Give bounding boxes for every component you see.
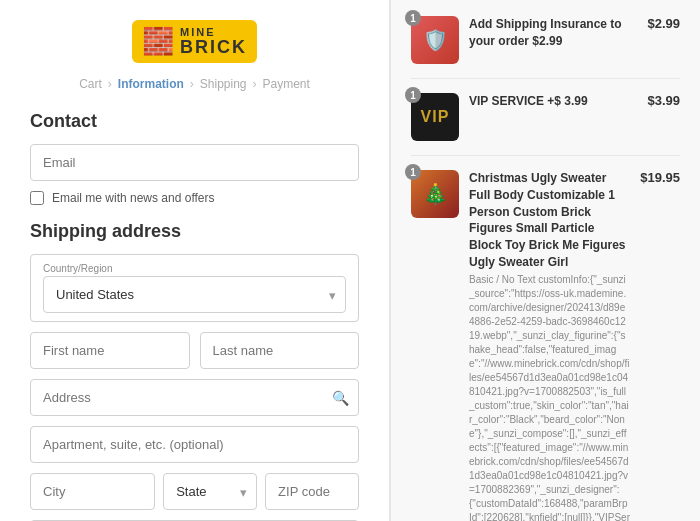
city-state-zip-row: State <box>30 473 359 520</box>
apt-group <box>30 426 359 463</box>
search-icon: 🔍 <box>332 390 349 406</box>
contact-title: Contact <box>30 111 359 132</box>
item-name-sweater: Christmas Ugly Sweater Full Body Customi… <box>469 170 630 271</box>
address-group: 🔍 <box>30 379 359 416</box>
breadcrumb-sep-2: › <box>190 77 194 91</box>
address-field[interactable] <box>30 379 359 416</box>
apt-field[interactable] <box>30 426 359 463</box>
newsletter-checkbox[interactable] <box>30 191 44 205</box>
item-badge-sweater: 1 <box>405 164 421 180</box>
country-select-wrapper: United States <box>43 276 346 313</box>
breadcrumb: Cart › Information › Shipping › Payment <box>30 77 359 91</box>
breadcrumb-cart[interactable]: Cart <box>79 77 102 91</box>
email-field[interactable] <box>30 144 359 181</box>
item-info-insurance: Add Shipping Insurance to your order $2.… <box>469 16 637 50</box>
item-badge-vip: 1 <box>405 87 421 103</box>
state-group: State <box>163 473 257 510</box>
item-name-vip: VIP SERVICE +$ 3.99 <box>469 93 637 110</box>
item-img-wrap-sweater: 🎄 1 <box>411 170 459 218</box>
breadcrumb-payment[interactable]: Payment <box>263 77 310 91</box>
breadcrumb-shipping[interactable]: Shipping <box>200 77 247 91</box>
country-group: Country/Region United States <box>30 254 359 322</box>
item-info-sweater: Christmas Ugly Sweater Full Body Customi… <box>469 170 630 521</box>
city-field[interactable] <box>30 473 155 510</box>
breadcrumb-sep-3: › <box>253 77 257 91</box>
logo-brick: BRICK <box>180 38 247 56</box>
country-label: Country/Region <box>43 263 346 274</box>
shipping-title: Shipping address <box>30 221 359 242</box>
order-item-vip: VIP 1 VIP SERVICE +$ 3.99 $3.99 <box>411 93 680 156</box>
logo: 🧱 MINE BRICK <box>132 20 257 63</box>
order-item-sweater: 🎄 1 Christmas Ugly Sweater Full Body Cus… <box>411 170 680 521</box>
name-row <box>30 332 359 379</box>
item-price-insurance: $2.99 <box>647 16 680 31</box>
order-item-insurance: 🛡️ 1 Add Shipping Insurance to your orde… <box>411 16 680 79</box>
last-name-field[interactable] <box>200 332 360 369</box>
state-select-wrapper: State <box>163 473 257 510</box>
logo-text: MINE BRICK <box>180 27 247 56</box>
item-badge-insurance: 1 <box>405 10 421 26</box>
newsletter-row: Email me with news and offers <box>30 191 359 205</box>
city-group <box>30 473 155 510</box>
logo-icon: 🧱 <box>142 26 174 57</box>
email-group <box>30 144 359 181</box>
item-info-vip: VIP SERVICE +$ 3.99 <box>469 93 637 110</box>
breadcrumb-sep-1: › <box>108 77 112 91</box>
item-name-insurance: Add Shipping Insurance to your order $2.… <box>469 16 637 50</box>
item-img-wrap-vip: VIP 1 <box>411 93 459 141</box>
newsletter-label: Email me with news and offers <box>52 191 215 205</box>
item-sub-sweater: Basic / No Text customInfo:{"_sunzi_sour… <box>469 273 630 521</box>
item-img-wrap-insurance: 🛡️ 1 <box>411 16 459 64</box>
last-name-group <box>200 332 360 369</box>
logo-area: 🧱 MINE BRICK <box>30 20 359 63</box>
first-name-group <box>30 332 190 369</box>
item-price-vip: $3.99 <box>647 93 680 108</box>
right-panel: 🛡️ 1 Add Shipping Insurance to your orde… <box>390 0 700 521</box>
zip-group <box>265 473 359 510</box>
state-select[interactable]: State <box>163 473 257 510</box>
zip-field[interactable] <box>265 473 359 510</box>
country-select[interactable]: United States <box>43 276 346 313</box>
item-price-sweater: $19.95 <box>640 170 680 185</box>
left-panel: 🧱 MINE BRICK Cart › Information › Shippi… <box>0 0 390 521</box>
breadcrumb-information[interactable]: Information <box>118 77 184 91</box>
first-name-field[interactable] <box>30 332 190 369</box>
